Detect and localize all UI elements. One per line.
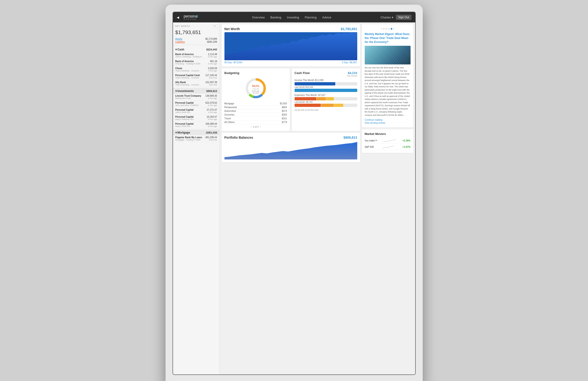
next-page-icon[interactable]: ›: [260, 126, 261, 128]
liabilities-amount: -$381,038: [207, 41, 217, 43]
budget-item: Restaurants $665: [224, 106, 287, 109]
carousel-dot-4[interactable]: [391, 28, 392, 30]
article-title: Weekly Market Digest: What Does the 'Pha…: [365, 32, 411, 44]
logo-personal: personal: [184, 15, 198, 18]
svg-text:$4,211: $4,211: [252, 85, 259, 87]
sidebar-net-worth-value: $1,793,651: [173, 29, 220, 37]
article-body: We are now into the third week of the ne…: [365, 66, 411, 117]
budget-item: Mortgage $3,550: [224, 102, 287, 106]
mover-row[interactable]: You Index™ +2.30%: [365, 137, 411, 144]
cashflow-income-section: Income This Month $11,838 Last Month $20…: [294, 79, 357, 92]
donut-chart-area: $4,211 of $10,200 $1134 under last month: [224, 76, 287, 100]
nav-overview[interactable]: Overview: [252, 16, 265, 19]
prev-page-icon[interactable]: ‹: [251, 126, 251, 128]
list-item[interactable]: Personal Capital 105,099.44 Mary's Roth …: [173, 122, 220, 129]
mover-name-2: S&P 500: [365, 146, 374, 148]
list-item[interactable]: Personal Capital 27,272.47 John's Roth I…: [173, 108, 220, 115]
carousel-dot-1[interactable]: [383, 28, 385, 30]
list-item[interactable]: Ally Bank 101,097.39 Total Checking – Ac…: [173, 80, 220, 87]
view-all-blogs-link[interactable]: View all blog entries: [365, 122, 411, 124]
mover-change-2: +1.67%: [402, 146, 410, 148]
expenses-label: Expenses This Month -$7,627: [294, 94, 357, 96]
cashflow-value: $4,210: [347, 71, 357, 75]
budgeting-card: Budgeting $4,211 of $10,200: [222, 68, 290, 131]
carousel-prev[interactable]: ‹: [381, 27, 382, 30]
svg-text:$1134 under: $1134 under: [252, 90, 259, 92]
list-item[interactable]: Bank of America 461.18 Checking – Ending…: [173, 59, 220, 66]
article-card: ‹ › Weekly Market Digest: What Does the …: [362, 24, 413, 128]
mover-chart-2: [382, 145, 394, 149]
carousel-dot-3[interactable]: [388, 28, 390, 30]
article-image-overlay: [365, 46, 411, 64]
portfolio-card: Portfolio Balances $809,813: [222, 133, 360, 162]
budget-item: Groceries $283: [224, 113, 287, 117]
investments-section-label: ▾ Investments: [175, 89, 194, 93]
net-worth-value: $1,793,651: [341, 27, 357, 31]
expenses-bar: [294, 97, 357, 100]
assets-amount: $2,174,689: [205, 38, 217, 40]
chart-label-left: 90-Day +$73,664: [224, 61, 242, 64]
liabilities-label[interactable]: Liabilities: [175, 41, 185, 43]
list-item[interactable]: Bank of America 2,113.48 John's Checking…: [173, 52, 220, 59]
list-item[interactable]: Lincoln Trust Company 139,809.30 Retirem…: [173, 94, 220, 101]
budget-pagination: ‹ 1 of 2 ›: [224, 126, 287, 128]
nav-investing[interactable]: Investing: [287, 16, 299, 19]
cashflow-expenses-section: Expenses This Month -$7,627 Last Month -…: [294, 94, 357, 107]
sidebar-section-investments[interactable]: ▾ Investments $809,813: [173, 88, 220, 94]
sidebar: NET WORTH + $1,793,651 Assets $2,174,689…: [173, 22, 220, 375]
sidebar-section-mortgage[interactable]: ▾ Mortgage -$381,038: [173, 130, 220, 135]
continue-reading-link[interactable]: Continue reading: [365, 119, 411, 121]
carousel-next[interactable]: ›: [393, 27, 394, 30]
list-item[interactable]: Personal Capital 522,379.62 John and Mar…: [173, 101, 220, 108]
sidebar-section-cash[interactable]: ▾ Cash $224,443: [173, 46, 220, 52]
nav-banking[interactable]: Banking: [270, 16, 281, 19]
list-item[interactable]: Personal Capital Cash 117,145.44 Total C…: [173, 73, 220, 80]
logo: personal CAPITAL: [184, 15, 198, 20]
income-label: Income This Month $11,838: [294, 79, 357, 81]
last-month-income: Last Month $20,598: [294, 86, 357, 88]
list-item[interactable]: Flagstar Bank My Loans -381,038.44 Mortg…: [173, 135, 220, 142]
net-worth-chart: [224, 32, 357, 60]
sidebar-net-worth-header: NET WORTH +: [173, 22, 220, 29]
last-month-expense-bar: [294, 104, 357, 107]
collapse-button[interactable]: ◀: [177, 16, 179, 19]
carousel-dot-2[interactable]: [385, 28, 387, 30]
svg-text:last month: last month: [253, 92, 259, 94]
portfolio-title: Portfolio Balances: [224, 136, 253, 139]
cashflow-subtitle: This Month: [347, 75, 357, 77]
article-title-highlight: Weekly Market: [365, 33, 384, 36]
portfolio-header: Portfolio Balances $809,813: [224, 136, 357, 139]
pagination-label: 1 of 2: [253, 126, 259, 128]
content-area: Net Worth $1,793,651: [220, 22, 415, 375]
mover-name-1: You Index™: [365, 139, 377, 142]
investments-section-amount: $809,813: [207, 90, 217, 93]
mover-chart-1: [384, 138, 396, 143]
nav-planning[interactable]: Planning: [305, 16, 316, 19]
list-item[interactable]: Personal Capital 15,254.47 Mary's Rollov…: [173, 115, 220, 122]
sidebar-liabilities-row: Liabilities -$381,038: [173, 40, 220, 43]
content-right: ‹ › Weekly Market Digest: What Does the …: [362, 24, 413, 373]
budget-items: Mortgage $3,550 Restaurants $665 Automot…: [224, 102, 287, 124]
net-worth-label: NET WORTH: [175, 25, 190, 27]
portfolio-value: $809,813: [343, 136, 357, 139]
signout-button[interactable]: Sign Out: [396, 15, 412, 20]
nav-links: Overview Banking Investing Planning Advi…: [208, 16, 376, 19]
nav-right: Charles ▾ Sign Out: [380, 15, 411, 20]
mortgage-section-label: ▾ Mortgage: [175, 131, 190, 134]
chart-label-right: 1-Day +$6,967: [342, 61, 357, 64]
nav-advice[interactable]: Advice: [322, 16, 331, 19]
chart-footer: 90-Day +$73,664 1-Day +$6,967: [224, 61, 357, 64]
market-movers-title: Market Movers: [365, 132, 411, 136]
mover-row[interactable]: S&P 500 +1.67%: [365, 144, 411, 150]
last-month-expense: Last Month -$9,750: [294, 101, 357, 103]
assets-label[interactable]: Assets: [175, 38, 182, 40]
cash-section-amount: $224,443: [207, 48, 217, 51]
net-worth-header: Net Worth $1,793,651: [224, 27, 357, 31]
net-worth-title: Net Worth: [224, 27, 240, 31]
add-account-button[interactable]: +: [213, 24, 217, 28]
nav-user-menu[interactable]: Charles ▾: [380, 16, 393, 19]
income-bar: [294, 82, 357, 85]
list-item[interactable]: Chase 3,626.09 Total Checking – Account.…: [173, 66, 220, 73]
budget-item: Travel $161: [224, 117, 287, 120]
content-left: Net Worth $1,793,651: [222, 24, 360, 373]
